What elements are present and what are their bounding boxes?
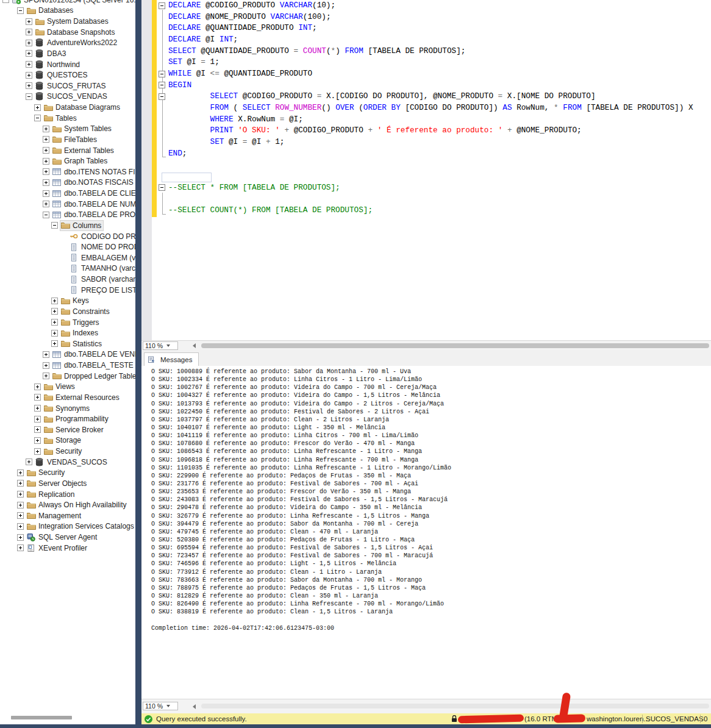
tree-item-tables[interactable]: Tables [0,113,135,124]
expand-icon[interactable] [34,405,41,412]
expand-icon[interactable] [26,18,32,25]
tree-item-always-on-high-availability[interactable]: Always On High Availability [0,499,135,510]
tree-item-system-tables[interactable]: System Tables [0,124,135,135]
code-area[interactable]: DECLARE @CODIGO_PRODUTO VARCHAR(10);DECL… [157,0,711,216]
tree-item-dbo-tabela-teste[interactable]: dbo.TABELA_TESTE [0,360,135,371]
collapse-icon[interactable] [2,0,9,3]
expand-icon[interactable] [34,384,41,390]
tree-item-questoes[interactable]: QUESTOES [0,70,135,80]
expand-icon[interactable] [26,459,32,465]
editor-zoom-select[interactable]: 110 % [143,341,178,350]
expand-icon[interactable] [17,469,24,476]
tree-item-dropped-ledger-table[interactable]: Dropped Ledger Table [0,371,135,382]
tree-item-system-databases[interactable]: System Databases [0,16,135,27]
tree-item-pre-o-de-lista[interactable]: PREÇO DE LISTA [0,285,135,296]
expand-icon[interactable] [26,29,32,35]
tree-item-columns[interactable]: Columns [0,220,135,231]
tree-item-external-resources[interactable]: External Resources [0,392,135,403]
expand-icon[interactable] [43,158,49,165]
tree-item-dbo-tabela-de-vende[interactable]: dbo.TABELA DE VENDE [0,349,135,360]
expand-icon[interactable] [34,426,41,433]
tree-item-adventureworks2022[interactable]: AdventureWorks2022 [0,38,135,49]
expand-icon[interactable] [34,416,41,423]
expand-icon[interactable] [17,502,24,509]
tree-item-dbo-itens-notas-fisc[interactable]: dbo.ITENS NOTAS FISC [0,166,135,177]
scroll-left-icon[interactable] [193,704,196,709]
tree-item-codigo-do-pro[interactable]: CODIGO DO PRO [0,231,135,242]
expand-icon[interactable] [17,534,24,541]
tree-item-security[interactable]: Security [0,446,135,457]
tab-messages[interactable]: Messages [144,352,199,366]
messages-pane[interactable]: O SKU: 1000889 É referente ao produto: S… [141,366,711,699]
expand-icon[interactable] [26,72,32,79]
fold-collapse-icon[interactable] [159,184,165,191]
tree-item-programmability[interactable]: Programmability [0,413,135,424]
tree-item-keys[interactable]: Keys [0,296,135,307]
tree-item-triggers[interactable]: Triggers [0,317,135,328]
tree-item-indexes[interactable]: Indexes [0,327,135,338]
expand-icon[interactable] [51,319,58,326]
tree-item-dbo-tabela-de-client[interactable]: dbo.TABELA DE CLIENT [0,188,135,199]
tree-item-server-objects[interactable]: Server Objects [0,478,135,489]
tree-item-vendas-sucos[interactable]: VENDAS_SUCOS [0,457,135,468]
tree-item-statistics[interactable]: Statistics [0,338,135,349]
tree-item-database-diagrams[interactable]: Database Diagrams [0,102,135,113]
expand-icon[interactable] [17,512,24,519]
tree-item-constraints[interactable]: Constraints [0,306,135,317]
collapse-icon[interactable] [43,212,49,218]
expand-icon[interactable] [34,394,41,401]
expand-icon[interactable] [43,373,49,379]
expand-icon[interactable] [51,330,58,337]
expand-icon[interactable] [26,50,32,57]
scroll-left-icon[interactable] [193,343,196,348]
object-explorer-panel[interactable]: SPON010120254 (SQL Server 16.0.1Database… [0,0,135,724]
expand-icon[interactable] [17,491,24,498]
expand-icon[interactable] [43,362,49,369]
tree-item-dbo-notas-fiscais[interactable]: dbo.NOTAS FISCAIS [0,177,135,188]
tree-item-xevent-profiler[interactable]: XEvent Profiler [0,543,135,554]
tree-item-management[interactable]: Management [0,510,135,521]
expand-icon[interactable] [43,136,49,143]
tree-item-storage[interactable]: Storage [0,435,135,446]
object-explorer-horizontal-scrollbar[interactable] [11,716,72,719]
messages-zoom-select[interactable]: 110 % [143,702,178,710]
tree-item-tamanho-varch[interactable]: TAMANHO (varch [0,263,135,274]
query-editor[interactable]: DECLARE @CODIGO_PRODUTO VARCHAR(10);DECL… [141,0,711,340]
tree-item-integration-services-catalogs[interactable]: Integration Services Catalogs [0,521,135,532]
expand-icon[interactable] [43,351,49,358]
messages-horizontal-scrollbar[interactable] [201,704,709,708]
tree-item-replication[interactable]: Replication [0,489,135,500]
expand-icon[interactable] [34,448,41,455]
collapse-icon[interactable] [34,115,41,121]
expand-icon[interactable] [17,523,24,530]
fold-collapse-icon[interactable] [159,71,165,77]
tree-item-dbo-tabela-de-nume[interactable]: dbo.TABELA DE NUME [0,199,135,210]
tree-item-graph-tables[interactable]: Graph Tables [0,155,135,166]
tree-item-external-tables[interactable]: External Tables [0,145,135,156]
expand-icon[interactable] [43,126,49,132]
expand-icon[interactable] [51,340,58,347]
expand-icon[interactable] [43,190,49,197]
tree-item-synonyms[interactable]: Synonyms [0,403,135,414]
tree-item-database-snapshots[interactable]: Database Snapshots [0,27,135,38]
fold-collapse-icon[interactable] [159,93,165,100]
fold-collapse-icon[interactable] [159,2,165,9]
expand-icon[interactable] [26,61,32,68]
expand-icon[interactable] [17,480,24,487]
expand-icon[interactable] [26,82,32,89]
fold-collapse-icon[interactable] [159,82,165,88]
tree-item-service-broker[interactable]: Service Broker [0,424,135,435]
tree-item-security[interactable]: Security [0,468,135,479]
tree-item-databases[interactable]: Databases [0,5,135,16]
tree-item-sucos-frutas[interactable]: SUCOS_FRUTAS [0,80,135,91]
expand-icon[interactable] [43,168,49,175]
collapse-icon[interactable] [26,93,32,100]
expand-icon[interactable] [43,147,49,154]
tree-item-sucos-vendas[interactable]: SUCOS_VENDAS [0,91,135,102]
expand-icon[interactable] [51,298,58,304]
expand-icon[interactable] [26,40,32,46]
collapse-icon[interactable] [17,7,24,14]
expand-icon[interactable] [43,201,49,207]
panel-splitter[interactable] [135,0,141,728]
tree-item-filetables[interactable]: FileTables [0,134,135,145]
